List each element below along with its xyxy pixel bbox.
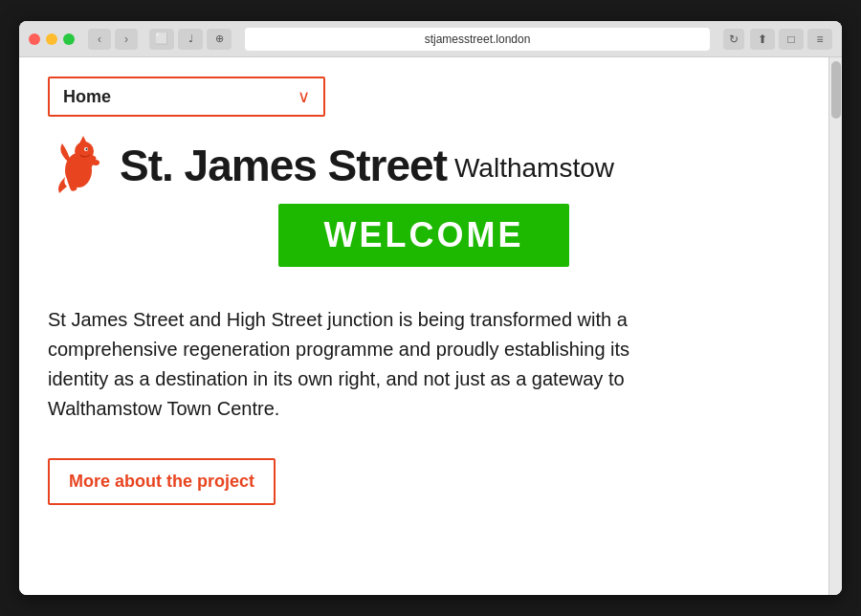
scrollbar[interactable] xyxy=(828,57,842,595)
scrollbar-thumb[interactable] xyxy=(831,61,841,119)
close-button[interactable] xyxy=(29,33,40,45)
maximize-button[interactable] xyxy=(63,33,75,45)
minimize-button[interactable] xyxy=(46,33,57,45)
shield-icon[interactable]: ⊕ xyxy=(207,29,232,50)
traffic-lights xyxy=(29,33,75,45)
browser-icons: ⬜ ♩ ⊕ xyxy=(149,29,232,50)
scrollbar-area: Home ∨ xyxy=(19,57,842,595)
reload-button[interactable]: ↻ xyxy=(723,29,744,50)
url-text: stjamesstreet.london xyxy=(425,33,531,46)
nav-dropdown[interactable]: Home ∨ xyxy=(48,77,325,117)
right-icons: ⬆ □ ≡ xyxy=(750,29,832,50)
bookmark-icon[interactable]: □ xyxy=(779,29,804,50)
welcome-text: WELCOME xyxy=(324,215,524,254)
cta-button[interactable]: More about the project xyxy=(48,458,276,505)
dragon-icon xyxy=(48,134,110,196)
forward-button[interactable]: › xyxy=(115,29,138,50)
svg-point-3 xyxy=(92,160,99,165)
nav-dropdown-label: Home xyxy=(63,87,111,107)
svg-point-7 xyxy=(86,148,88,150)
cta-button-label: More about the project xyxy=(69,472,254,491)
site-title: St. James Street xyxy=(120,143,447,187)
address-bar[interactable]: stjamesstreet.london xyxy=(245,28,710,51)
browser-titlebar: ‹ › ⬜ ♩ ⊕ stjamesstreet.london ↻ ⬆ □ ≡ xyxy=(19,21,842,57)
welcome-banner: WELCOME xyxy=(48,204,800,267)
title-group: St. James Street Walthamstow xyxy=(120,143,614,187)
menu-icon[interactable]: ≡ xyxy=(807,29,832,50)
browser-window: ‹ › ⬜ ♩ ⊕ stjamesstreet.london ↻ ⬆ □ ≡ H… xyxy=(19,21,842,595)
nav-buttons: ‹ › xyxy=(88,29,138,50)
back-button[interactable]: ‹ xyxy=(88,29,111,50)
svg-marker-5 xyxy=(79,136,87,143)
logo-area: St. James Street Walthamstow xyxy=(48,134,800,196)
upload-icon[interactable]: ⬆ xyxy=(750,29,775,50)
site-subtitle: Walthamstow xyxy=(454,153,614,187)
share-icon[interactable]: ⬜ xyxy=(149,29,174,50)
body-description: St James Street and High Street junction… xyxy=(48,305,660,424)
welcome-box: WELCOME xyxy=(278,204,570,267)
browser-content: Home ∨ xyxy=(19,57,828,595)
music-icon[interactable]: ♩ xyxy=(178,29,203,50)
chevron-down-icon: ∨ xyxy=(298,86,310,107)
